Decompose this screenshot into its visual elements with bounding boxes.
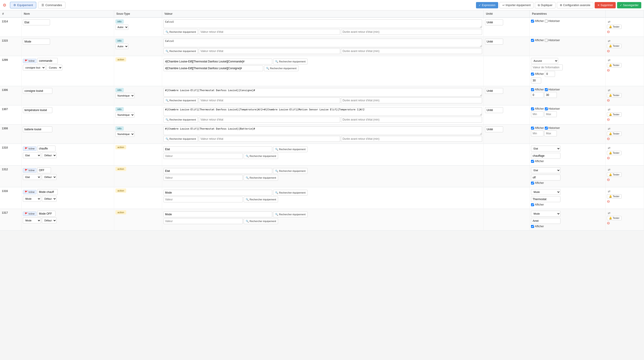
aucune-select-1299[interactable]: Aucune <box>531 58 558 64</box>
valeur-textarea-1314[interactable]: Calcul <box>164 19 482 28</box>
nom-input-1310[interactable] <box>37 146 56 152</box>
share-btn-1312[interactable]: ⇄ <box>607 167 612 172</box>
remove-btn-1317[interactable]: ⊖ <box>607 221 610 225</box>
sauvegarder-button[interactable]: ✓ Sauvegarder <box>617 2 641 8</box>
etat-value-1312[interactable] <box>531 175 560 180</box>
afficher-check-1310[interactable] <box>531 160 534 163</box>
max-input-1306[interactable] <box>544 92 557 98</box>
mode-select-1317[interactable]: Mode <box>531 211 560 217</box>
rechercher-btn-1308[interactable]: 🔍 Rechercher équipement <box>164 136 198 142</box>
rechercher-btn-sub-1299[interactable]: 🔍 Rechercher équipement <box>264 65 298 71</box>
rechercher-btn-sub-1312[interactable]: 🔍 Rechercher équipement <box>244 175 278 181</box>
sous-type-select-1306[interactable]: Numérique <box>116 93 134 98</box>
rechercher-btn-sub-1310[interactable]: 🔍 Rechercher équipement <box>244 153 278 159</box>
duree-retour-1306[interactable] <box>341 97 482 103</box>
nom-input-1314[interactable] <box>23 19 50 25</box>
historiser-check-1306[interactable] <box>545 88 548 91</box>
valeur-sub-1310[interactable] <box>164 153 243 159</box>
val1-1299[interactable] <box>545 71 555 77</box>
rechercher-btn-1307[interactable]: 🔍 Rechercher équipement <box>164 117 198 123</box>
valeur-sub-1299[interactable] <box>164 65 263 71</box>
nom-sub-select-1299[interactable]: consigne louisé <box>23 65 46 71</box>
mode-select-1316[interactable]: Mode <box>531 189 560 195</box>
retour-etat-1308[interactable] <box>199 136 340 142</box>
valeur-sub-1312[interactable] <box>164 175 243 181</box>
max-input-1307[interactable] <box>544 111 557 117</box>
remove-btn-1310[interactable]: ⊖ <box>607 156 610 160</box>
icone-label-1317[interactable]: 🚩 Icône <box>23 212 36 216</box>
share-btn-1299[interactable]: ⇄ <box>607 58 612 62</box>
expression-button[interactable]: ✓ Expression <box>476 2 498 8</box>
tester-btn-1306[interactable]: 🔔 Tester <box>607 93 622 97</box>
unite-input-1306[interactable] <box>485 88 503 94</box>
duree-retour-1307[interactable] <box>341 117 482 123</box>
retour-etat-1306[interactable] <box>199 97 340 103</box>
afficher-check-1312[interactable] <box>531 181 534 184</box>
retour-etat-1314[interactable] <box>199 29 340 35</box>
remove-btn-1314[interactable]: ⊖ <box>607 30 610 34</box>
tab-equipement[interactable]: ⚙ Equipement <box>10 2 36 8</box>
tab-commandes[interactable]: ☰ Commandes <box>38 2 66 8</box>
historiser-check-1314[interactable] <box>545 20 548 23</box>
tester-btn-1299[interactable]: 🔔 Tester <box>607 63 622 67</box>
nom-input-1317[interactable] <box>37 211 56 217</box>
max-input-1308[interactable] <box>544 131 557 136</box>
tester-btn-1315[interactable]: 🔔 Tester <box>607 44 622 48</box>
min-input-1306[interactable] <box>531 92 544 98</box>
etat-select-1310[interactable]: Etat <box>531 146 560 152</box>
rechercher-btn-1315[interactable]: 🔍 Rechercher équipement <box>164 48 198 54</box>
sous-type-select-1307[interactable]: Numérique <box>116 112 134 118</box>
afficher-check-1307[interactable] <box>531 107 534 110</box>
config-avancee-button[interactable]: ⚙ Configuration avancée <box>557 2 593 8</box>
afficher-check-1299[interactable] <box>531 73 534 76</box>
afficher-check-1306[interactable] <box>531 88 534 91</box>
share-btn-1308[interactable]: ⇄ <box>607 126 612 131</box>
rechercher-btn-main-1317[interactable]: 🔍 Rechercher équipement <box>273 211 308 217</box>
nom-input-1316[interactable] <box>37 189 58 195</box>
unite-input-1315[interactable] <box>485 39 503 44</box>
sous-type-select-1315[interactable]: Autre <box>116 44 128 49</box>
rechercher-btn-1306[interactable]: 🔍 Rechercher équipement <box>164 97 198 103</box>
share-btn-1316[interactable]: ⇄ <box>607 189 612 193</box>
rechercher-btn-sub-1316[interactable]: 🔍 Rechercher équipement <box>244 196 278 202</box>
icone-label-1299[interactable]: 🚩 Icône <box>23 59 36 63</box>
valeur-main-1312[interactable] <box>164 168 272 174</box>
unite-input-1308[interactable] <box>485 126 503 132</box>
val-info-1299[interactable] <box>531 64 563 70</box>
tester-btn-1316[interactable]: 🔔 Tester <box>607 194 622 198</box>
historiser-check-1308[interactable] <box>545 127 548 130</box>
historiser-check-1307[interactable] <box>545 107 548 110</box>
share-btn-1315[interactable]: ⇄ <box>607 39 612 43</box>
valeur-main-1299[interactable] <box>164 59 272 64</box>
rechercher-btn-main-1312[interactable]: 🔍 Rechercher équipement <box>273 168 308 174</box>
afficher-check-1315[interactable] <box>531 39 534 42</box>
tester-btn-1317[interactable]: 🔔 Tester <box>607 216 622 220</box>
afficher-check-1317[interactable] <box>531 225 534 228</box>
share-btn-1314[interactable]: ⇄ <box>607 19 612 24</box>
valeur-textarea-1306[interactable]: #[Chambre Louise-Elif][Thermostat Danfos… <box>164 88 482 97</box>
valeur-main-1317[interactable] <box>164 211 272 217</box>
remove-btn-1315[interactable]: ⊖ <box>607 49 610 53</box>
nom-sub-type-select-1316[interactable]: Défaut <box>42 196 56 202</box>
duree-retour-1315[interactable] <box>341 48 482 54</box>
nom-input-1306[interactable] <box>23 88 52 94</box>
icone-label-1312[interactable]: 🚩 Icône <box>23 168 36 173</box>
min-input-1307[interactable] <box>531 111 544 117</box>
remove-btn-1306[interactable]: ⊖ <box>607 98 610 102</box>
remove-btn-1312[interactable]: ⊖ <box>607 178 610 182</box>
nom-sub-type-select-1310[interactable]: Défaut <box>42 152 56 158</box>
duree-retour-1308[interactable] <box>341 136 482 142</box>
mode-value-1317[interactable] <box>531 218 560 224</box>
icone-label-1316[interactable]: 🚩 Icône <box>23 190 36 194</box>
afficher-check-1314[interactable] <box>531 20 534 23</box>
share-btn-1317[interactable]: ⇄ <box>607 211 612 215</box>
share-btn-1310[interactable]: ⇄ <box>607 146 612 150</box>
nom-sub-type-select-1317[interactable]: Défaut <box>42 217 56 223</box>
val2-1299[interactable] <box>531 78 541 83</box>
tester-btn-1312[interactable]: 🔔 Tester <box>607 173 622 177</box>
duree-retour-1314[interactable] <box>341 29 482 35</box>
rechercher-btn-sub-1317[interactable]: 🔍 Rechercher équipement <box>244 218 278 224</box>
tester-btn-1314[interactable]: 🔔 Tester <box>607 25 622 29</box>
remove-btn-1299[interactable]: ⊖ <box>607 68 610 72</box>
afficher-check-1316[interactable] <box>531 203 534 206</box>
